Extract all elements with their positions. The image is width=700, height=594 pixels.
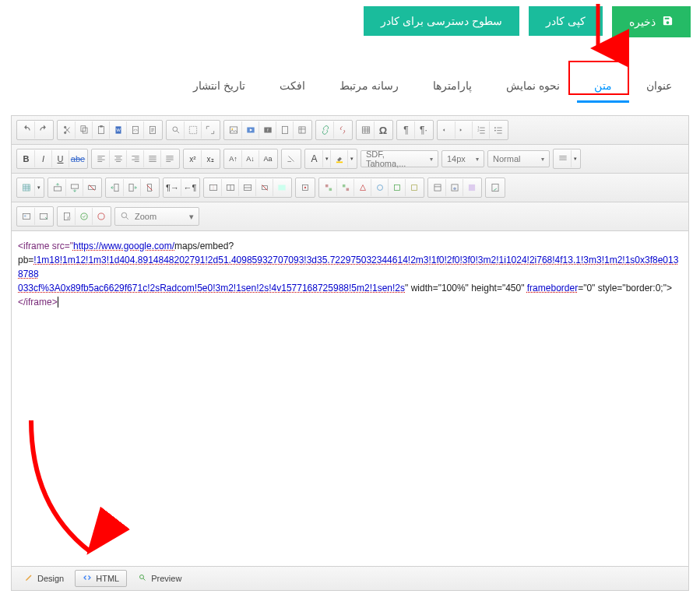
abs-pos-button[interactable] [297, 179, 314, 196]
tab-media[interactable]: رسانه مرتبط [322, 72, 416, 100]
underline-button[interactable]: U [52, 150, 69, 167]
rtl-button[interactable]: ←¶ [181, 179, 199, 196]
group6-button[interactable] [406, 179, 423, 196]
tab-publish[interactable]: تاریخ انتشار [176, 72, 262, 100]
group5-button[interactable] [389, 179, 406, 196]
forecolor-button[interactable]: A [306, 150, 323, 167]
unlink-button[interactable] [334, 121, 351, 139]
tab-params[interactable]: پارامترها [416, 72, 489, 100]
group4-button[interactable] [371, 179, 389, 196]
ordered-list-button[interactable]: 12 [473, 121, 490, 139]
group3-button[interactable] [354, 179, 371, 196]
cells-split-button[interactable] [222, 179, 239, 196]
outdent-button[interactable] [438, 121, 456, 139]
symbol-button[interactable]: Ω [375, 121, 392, 139]
select-all-button[interactable] [185, 121, 202, 139]
row-below-button[interactable] [66, 179, 83, 196]
code-text: </iframe> [18, 297, 58, 308]
xhtml-button[interactable] [76, 208, 93, 225]
css-class-picker[interactable]: ▾ [572, 150, 579, 167]
flash-button[interactable]: f [259, 121, 276, 139]
page-props-button[interactable] [58, 208, 76, 225]
media-button[interactable] [242, 121, 259, 139]
col-delete-button[interactable] [141, 179, 158, 196]
sub-button[interactable]: x₂ [202, 150, 219, 167]
fontsize-inc-button[interactable]: A↑ [225, 150, 242, 167]
sup-button[interactable]: x² [185, 150, 202, 167]
save-button[interactable]: ذخیره [612, 6, 691, 37]
italic-button[interactable]: I [35, 150, 52, 167]
toggle-fullscreen-button[interactable] [202, 121, 219, 139]
link-button[interactable] [317, 121, 334, 139]
access-button[interactable]: سطوح دسترسی برای کادر [364, 6, 519, 36]
paste-word-button[interactable]: W [110, 121, 127, 139]
show-para-button[interactable]: ¶ [398, 121, 415, 139]
indent-button[interactable] [456, 121, 473, 139]
bold-button[interactable]: B [18, 150, 35, 167]
svg-rect-16 [282, 126, 287, 133]
preview-mode-button[interactable]: Preview [130, 570, 189, 587]
html-source-area[interactable]: <iframe src="https://www.google.com/maps… [12, 231, 688, 566]
redo-button[interactable] [35, 121, 52, 139]
img-map-button[interactable] [18, 208, 35, 225]
align-right-button[interactable] [127, 150, 144, 167]
track-button[interactable] [93, 208, 110, 225]
doc-button[interactable] [276, 121, 294, 139]
design-mode-button[interactable]: Design [16, 570, 72, 587]
cell-del-button[interactable] [256, 179, 273, 196]
paste-button[interactable] [93, 121, 110, 139]
unordered-list-button[interactable] [490, 121, 507, 139]
fontsize-dec-button[interactable]: A↓ [242, 150, 259, 167]
tab-text[interactable]: متن [577, 72, 629, 100]
clear-format-button[interactable] [283, 150, 300, 167]
tab-display[interactable]: نحوه نمایش [489, 72, 577, 100]
module3-button[interactable] [463, 179, 480, 196]
code-text: " width="100%" height="450" [405, 283, 527, 293]
case-button[interactable]: Aa [259, 150, 276, 167]
row-delete-button[interactable] [83, 179, 100, 196]
strike-button[interactable]: abe [69, 150, 86, 167]
cell-props-button[interactable] [273, 179, 290, 196]
svg-point-42 [377, 185, 382, 191]
copy-button[interactable]: کپی کادر [529, 6, 603, 36]
table-wizard-button[interactable]: ▾ [35, 179, 43, 196]
font-family-select[interactable]: SDF, Tahoma,...▾ [361, 150, 438, 167]
show-marks-button[interactable]: ¶· [415, 121, 432, 139]
cells-splith-button[interactable] [239, 179, 256, 196]
module-button[interactable] [429, 179, 446, 196]
cut-button[interactable] [58, 121, 76, 139]
html-mode-button[interactable]: HTML [75, 570, 127, 587]
ltr-button[interactable]: ¶→ [164, 179, 181, 196]
find-replace-button[interactable] [167, 121, 185, 139]
template-button[interactable] [294, 121, 311, 139]
row-above-button[interactable] [49, 179, 66, 196]
backcolor-picker[interactable]: ▾ [348, 150, 356, 167]
group1-button[interactable] [320, 179, 337, 196]
table-insert-button[interactable] [357, 121, 375, 139]
tab-title[interactable]: عنوان [629, 72, 689, 100]
font-size-select[interactable]: 14px▾ [441, 150, 484, 167]
tab-effect[interactable]: افکت [262, 72, 322, 100]
image-button[interactable] [225, 121, 242, 139]
img-props-button[interactable] [35, 208, 52, 225]
group2-button[interactable] [337, 179, 354, 196]
align-none-button[interactable] [161, 150, 178, 167]
col-right-button[interactable] [124, 179, 141, 196]
paste-html-button[interactable]: <> [127, 121, 144, 139]
zoom-control[interactable]: Zoom ▾ [114, 207, 199, 226]
forecolor-picker[interactable]: ▾ [323, 150, 331, 167]
align-left-button[interactable] [93, 150, 110, 167]
module2-button[interactable] [446, 179, 463, 196]
help-button[interactable] [487, 179, 504, 196]
backcolor-button[interactable] [331, 150, 348, 167]
cells-merge-button[interactable] [205, 179, 222, 196]
insert-table-button[interactable] [18, 179, 35, 196]
paragraph-style-select[interactable]: Normal▾ [487, 150, 550, 167]
align-center-button[interactable] [110, 150, 127, 167]
css-class-button[interactable] [554, 150, 572, 167]
paste-plain-button[interactable] [144, 121, 161, 139]
col-left-button[interactable] [107, 179, 124, 196]
copy-button-tb[interactable] [76, 121, 93, 139]
undo-button[interactable] [18, 121, 35, 139]
align-justify-button[interactable] [144, 150, 161, 167]
